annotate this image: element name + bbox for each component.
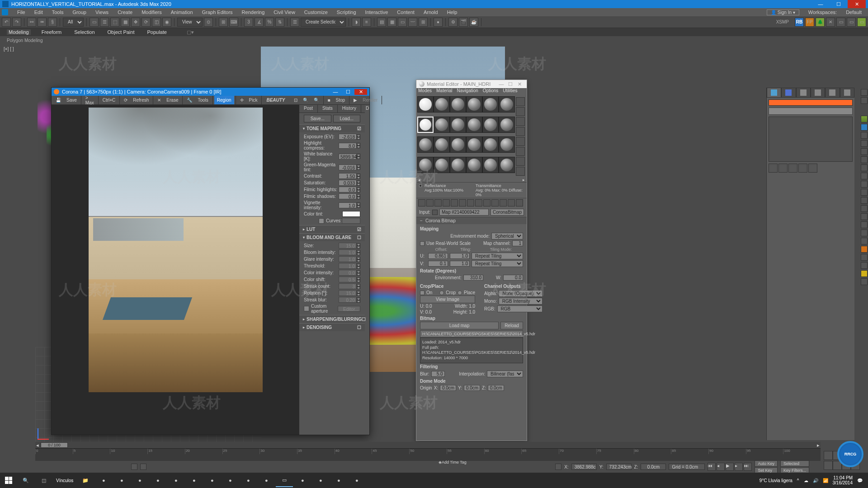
map-name-field[interactable]: Map #2140069422 [439,209,489,216]
param-input[interactable]: 1.0 [339,263,357,269]
cfb-region-button[interactable]: Region [214,96,234,104]
material-slot[interactable] [417,96,434,113]
cfb-render-view[interactable] [52,105,299,435]
taskbar-app[interactable]: 📁 [77,474,94,487]
taskbar-app[interactable]: ● [312,474,329,487]
mateditor-tb-btn[interactable] [434,199,442,206]
cfb-tools-icon[interactable]: 🔧 [184,96,195,104]
mateditor-side-btn[interactable] [516,107,525,116]
check-icon[interactable]: ☐ [362,317,366,322]
cfb-zoom-in-button[interactable]: 🔍 [300,96,311,104]
material-slot[interactable] [434,96,450,113]
toolstrip-btn[interactable] [861,230,868,236]
mateditor-tb-btn[interactable] [500,199,507,206]
taskbar-app[interactable]: ● [95,474,112,487]
cmd-tab-display[interactable] [825,88,840,98]
spinner-icon[interactable]: ▴▾ [357,297,360,303]
mateditor-close-button[interactable]: ✕ [515,81,524,87]
menu-customize[interactable]: Customize [300,9,332,15]
time-scrubber[interactable]: 0 / 100 [41,442,68,448]
spinner-icon[interactable]: ▴▾ [357,154,360,159]
spinner-icon[interactable]: ▴▾ [357,250,360,255]
mateditor-tb-btn[interactable] [508,199,515,206]
material-slot[interactable] [450,117,466,133]
time-slider[interactable]: ◂ 0 / 100 ▸ [35,442,821,448]
spinner-icon[interactable]: ▴▾ [357,263,360,269]
param-input[interactable]: 8.0 [339,143,357,149]
sharpen-header[interactable]: SHARPENING/BLURRING☐ [299,315,365,323]
mateditor-side-btn[interactable] [516,117,525,126]
spinner-icon[interactable]: ▴▾ [357,180,360,186]
start-button[interactable] [1,474,16,487]
ribbon-objectpaint[interactable]: Object Paint [106,29,137,35]
polygon-modeling-label[interactable]: Polygon Modeling [7,38,43,43]
param-input[interactable]: 1.50 [339,173,357,179]
x-coord[interactable]: 3862.988c [571,464,597,470]
env-rotation-input[interactable]: 310.0 [463,275,483,281]
mateditor-maximize-button[interactable]: ☐ [506,81,515,87]
mateditor-tb-btn[interactable] [451,199,458,206]
toolstrip-btn[interactable] [861,262,868,269]
cfb-stop-button[interactable]: Stop [333,96,348,104]
eyedropper-icon[interactable] [432,210,438,215]
toolstrip-btn[interactable] [861,181,868,188]
select-button[interactable]: ▭ [90,18,99,27]
cfb-tools-button[interactable]: Tools [195,96,211,104]
menu-group[interactable]: Group [68,9,91,15]
ribbon-modeling[interactable]: Modeling [7,29,31,35]
minimize-button[interactable]: — [811,0,830,8]
cfb-load-preset-button[interactable]: Load... [333,115,361,122]
mateditor-tb-btn[interactable] [418,199,425,206]
param-input[interactable]: 0.033 [339,180,357,186]
load-map-button[interactable]: Load map [420,322,499,329]
param-input[interactable]: 3 [339,283,357,289]
mateditor-tb-btn[interactable] [467,199,474,206]
cfb-beauty-label[interactable]: BEAUTY [262,98,289,103]
menu-scripting[interactable]: Scripting [332,9,361,15]
spinner-icon[interactable]: ▴▾ [357,291,360,296]
toolstrip-btn[interactable] [861,254,868,261]
nav-zoom-button[interactable] [824,451,833,460]
cfb-render-icon[interactable]: ▶ [351,96,360,104]
angle-snap-button[interactable]: ∡ [255,18,264,27]
param-input[interactable]: 15.0 [339,243,357,249]
fp-button[interactable]: FP [805,18,814,27]
mateditor-side-btn[interactable] [516,127,525,136]
u-tiling-input[interactable]: 1.0 [450,253,470,259]
material-slot[interactable] [417,157,434,173]
playback-end-button[interactable]: ⏭ [744,463,752,471]
cmd-tab-utilities[interactable] [840,88,854,98]
interp-select[interactable]: Bilinear (faster) [487,371,523,377]
param-input[interactable]: 0.0 [339,187,357,192]
toolstrip-btn[interactable] [861,173,868,179]
tool-btn-4[interactable]: ▭ [857,18,866,27]
bloom-header[interactable]: BLOOM AND GLARE☐ [299,234,365,241]
material-slot[interactable] [450,96,466,113]
cmd-tab-hierarchy[interactable] [796,88,811,98]
material-slot[interactable] [466,117,482,133]
taskbar-app[interactable]: ● [167,474,184,487]
material-slot[interactable] [466,136,482,153]
cmd-tab-create[interactable] [767,88,781,98]
nav-pan-button[interactable] [824,461,833,470]
named-selection-field[interactable]: Create Selection Se [301,18,346,27]
pivot-button[interactable]: ⊙ [204,18,213,27]
rollout-header[interactable]: Corona Bitmap [416,217,527,224]
mateditor-side-btn[interactable] [516,147,525,156]
taskbar-app[interactable]: ● [131,474,148,487]
spinner-snap-button[interactable]: ⇅ [275,18,284,27]
mateditor-side-btn[interactable] [516,157,525,166]
menu-help[interactable]: Help [443,9,462,15]
mateditor-menu-modes[interactable]: Modes [418,88,432,95]
maximize-button[interactable]: ☐ [830,0,848,8]
cfb-save-preset-button[interactable]: Save... [304,115,331,122]
autokey-button[interactable]: Auto Key [755,460,778,467]
material-slot[interactable] [434,136,450,153]
material-slot[interactable] [482,96,499,113]
manip-button[interactable]: ⊞ [219,18,228,27]
spinner-icon[interactable]: ▴▾ [357,174,360,179]
toolstrip-btn[interactable] [861,116,868,122]
toolstrip-btn[interactable] [861,205,868,212]
stack-btn[interactable] [778,164,788,173]
cfb-zoom-out-button[interactable]: 🔍 [311,96,322,104]
